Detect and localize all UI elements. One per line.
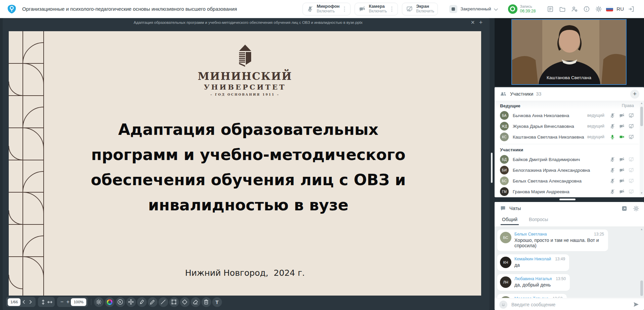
participant-row[interactable]: ГМ Гранова Мария Андреевна xyxy=(500,186,639,197)
screen-status-icon[interactable] xyxy=(628,157,634,162)
mic-status-icon[interactable] xyxy=(609,178,615,184)
speaker-video[interactable]: Каштанова Светлана xyxy=(511,19,627,85)
language-flag-icon[interactable] xyxy=(605,3,614,15)
slide[interactable]: МИНИНСКИЙ УНИВЕРСИТЕТ – ГОД ОСНОВАНИЯ 19… xyxy=(9,31,481,296)
add-participant-button[interactable]: + xyxy=(630,90,639,99)
user-settings-button[interactable] xyxy=(568,3,581,15)
shape-tool-button[interactable] xyxy=(180,297,190,307)
participant-row[interactable]: БА Бычкова Анна Николаевна ведущий xyxy=(500,110,639,121)
pencil-tool-button[interactable] xyxy=(148,297,157,307)
chat-message[interactable]: ЛН Любавина Наталья 13:50 да, добрый ден… xyxy=(497,274,570,291)
participant-name: Жукова Дарья Вячеславовна xyxy=(513,124,574,129)
participant-row[interactable]: БИ Белоглазкина Ирина Александровна xyxy=(500,165,639,175)
fit-height-button[interactable] xyxy=(40,299,46,305)
info-button[interactable] xyxy=(581,3,593,15)
move-tool-button[interactable] xyxy=(126,297,136,307)
camera-menu-kebab-icon[interactable] xyxy=(389,6,394,12)
camera-status-icon[interactable] xyxy=(619,167,625,173)
mic-status-icon[interactable] xyxy=(609,189,615,195)
scroll-up-icon[interactable]: ▲ xyxy=(640,101,644,105)
participant-row[interactable]: ЖД Жукова Дарья Вячеславовна ведущий xyxy=(500,121,639,132)
fit-width-button[interactable] xyxy=(46,299,53,305)
zoom-level[interactable]: 100% xyxy=(71,298,86,306)
participant-name: Гранова Мария Андреевна xyxy=(513,189,569,194)
camera-status-icon[interactable] xyxy=(619,157,625,162)
chat-message[interactable]: КН Кемайкин Николай 13:49 да xyxy=(497,254,569,271)
participant-row[interactable]: БД Байков Дмитрий Владимирович xyxy=(500,154,639,165)
screen-status-icon[interactable] xyxy=(628,113,634,118)
screen-share-button[interactable]: Экран Включить xyxy=(402,3,438,15)
layout-selector[interactable]: Закрепленный xyxy=(449,5,498,13)
prev-slide-button[interactable] xyxy=(20,300,27,304)
camera-button[interactable]: Камера Включить xyxy=(355,3,398,15)
add-document-icon[interactable]: + xyxy=(477,19,485,26)
laser-pointer-button[interactable] xyxy=(116,297,125,307)
camera-status-icon[interactable] xyxy=(619,134,625,140)
screen-status-icon[interactable] xyxy=(628,189,634,195)
notes-button[interactable] xyxy=(544,3,556,15)
language-code[interactable]: RU xyxy=(616,6,624,12)
participants-scrollbar[interactable]: ▲ ▼ xyxy=(640,101,644,195)
text-tool-button[interactable]: T xyxy=(212,297,222,307)
eraser-tool-button[interactable] xyxy=(191,297,200,307)
participant-row[interactable]: КС Каштанова Светлана Николаевна ведущий xyxy=(500,132,639,142)
chat-message-input[interactable] xyxy=(511,302,633,307)
scroll-up-icon[interactable]: ▲ xyxy=(640,227,644,231)
participant-name: Бычкова Анна Николаевна xyxy=(513,113,569,118)
mic-status-icon[interactable] xyxy=(609,157,615,162)
chat-message[interactable]: БС Белых Светлана 13:25 Хорошо, просто и… xyxy=(497,229,608,251)
marker-tool-button[interactable] xyxy=(137,297,147,307)
files-button[interactable] xyxy=(556,3,568,15)
chat-popout-button[interactable] xyxy=(621,205,628,212)
camera-status-icon[interactable] xyxy=(619,178,625,184)
delete-annotations-button[interactable] xyxy=(201,297,211,307)
emoji-button[interactable] xyxy=(499,301,507,309)
camera-status-icon[interactable] xyxy=(619,123,625,129)
annotation-settings-button[interactable] xyxy=(94,297,104,307)
camera-status-icon[interactable] xyxy=(619,189,625,195)
participant-row[interactable]: БС Белых Светлана Александровна xyxy=(500,175,639,186)
chat-input-row xyxy=(495,299,644,310)
close-document-icon[interactable]: ✕ xyxy=(469,19,477,25)
screen-status-icon[interactable] xyxy=(628,167,634,173)
camera-status-icon[interactable] xyxy=(619,113,625,118)
panel-resize-handle-vertical[interactable] xyxy=(491,153,493,183)
panel-resize-handle-horizontal[interactable] xyxy=(559,199,576,200)
tab-questions[interactable]: Вопросы xyxy=(529,217,548,225)
microphone-button[interactable]: Микрофон Включить xyxy=(303,3,351,15)
mic-status-icon[interactable] xyxy=(609,167,615,173)
chat-messages[interactable]: БС Белых Светлана 13:25 Хорошо, просто и… xyxy=(495,227,644,298)
chat-scrollbar[interactable]: ▲ xyxy=(640,227,644,297)
chat-panel: Чаты Общий Вопросы БС Белых Светлана 13:… xyxy=(495,202,644,310)
zoom-out-button[interactable]: − xyxy=(59,299,65,305)
color-picker-button[interactable] xyxy=(105,297,114,307)
settings-button[interactable] xyxy=(593,3,605,15)
participant-role: ведущий xyxy=(587,135,604,139)
screen-status-icon[interactable] xyxy=(628,123,634,129)
send-message-button[interactable] xyxy=(633,301,639,308)
next-slide-button[interactable] xyxy=(27,300,34,304)
presentation-toolbar: 1/66 − + 100% T xyxy=(6,297,223,307)
chat-message[interactable]: МТ Маслова Татьяна 13:50 Да xyxy=(497,294,567,298)
avatar: ЛН xyxy=(500,276,511,288)
document-tab-title[interactable]: Адаптация образовательных программ и уче… xyxy=(7,20,469,24)
screen-status-icon[interactable] xyxy=(628,134,634,140)
mic-menu-kebab-icon[interactable] xyxy=(342,6,347,12)
scroll-down-icon[interactable]: ▼ xyxy=(640,191,644,195)
mic-status-icon[interactable] xyxy=(609,113,615,118)
mic-status-icon[interactable] xyxy=(609,123,615,129)
message-author: Любавина Наталья xyxy=(514,276,552,281)
line-tool-button[interactable] xyxy=(158,297,168,307)
mic-status-icon[interactable] xyxy=(609,134,615,140)
page-indicator[interactable]: 1/66 xyxy=(8,298,20,306)
tab-general-chat[interactable]: Общий xyxy=(502,217,517,225)
avatar: БД xyxy=(500,155,509,164)
rights-column-label: Права xyxy=(622,103,639,108)
screen-status-icon[interactable] xyxy=(628,178,634,184)
chat-settings-button[interactable] xyxy=(633,205,639,212)
event-title: Организационные и психолого-педагогическ… xyxy=(22,6,237,12)
frame-tool-button[interactable] xyxy=(169,297,179,307)
recording-indicator[interactable]: Запись 06:39:28 xyxy=(508,4,536,14)
leave-button[interactable] xyxy=(625,3,637,15)
zoom-in-button[interactable]: + xyxy=(65,299,71,305)
